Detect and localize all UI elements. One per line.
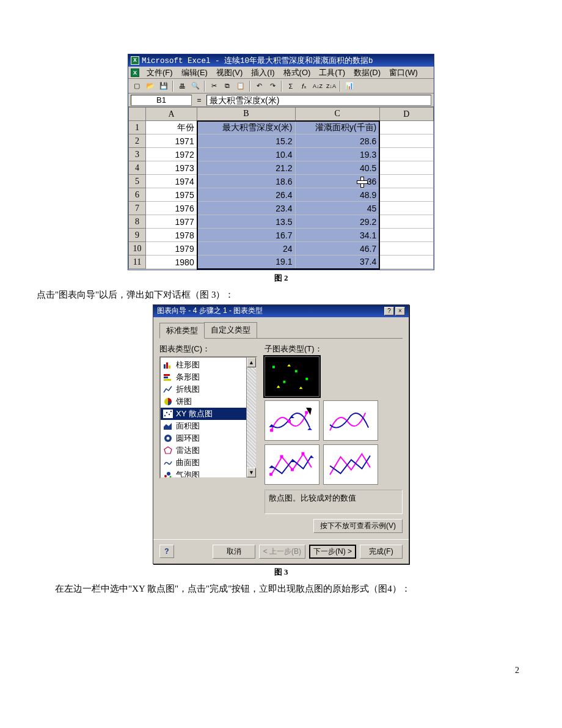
scroll-up-icon[interactable]: ▲	[247, 358, 256, 367]
cell[interactable]	[379, 121, 433, 134]
print-icon[interactable]: 🖶	[176, 80, 188, 92]
subtype-scatter-markers[interactable]	[265, 356, 319, 397]
cell[interactable]: 21.2	[197, 161, 295, 175]
cell[interactable]: 1971	[146, 134, 197, 148]
row-header[interactable]: 7	[129, 202, 146, 215]
cell[interactable]: 40.5	[295, 161, 379, 175]
row-header[interactable]: 1	[129, 121, 146, 134]
cell[interactable]: 45	[295, 202, 379, 215]
subtype-scatter-lines-markers[interactable]	[265, 444, 319, 485]
row-header[interactable]: 9	[129, 229, 146, 242]
cell[interactable]: 灌溉面积y(千亩)	[295, 121, 379, 134]
row-header[interactable]: 4	[129, 161, 146, 175]
row-header[interactable]: 6	[129, 188, 146, 202]
save-icon[interactable]: 💾	[158, 80, 170, 92]
list-item-surface[interactable]: 曲面图	[161, 457, 256, 469]
close-icon[interactable]: ×	[395, 307, 405, 315]
cell[interactable]: 1976	[146, 202, 197, 215]
cell[interactable]: 1973	[146, 161, 197, 175]
col-header-d[interactable]: D	[379, 108, 433, 121]
menu-edit[interactable]: 编辑(E)	[179, 67, 210, 79]
name-box[interactable]: B1	[131, 95, 192, 106]
list-item-radar[interactable]: 雷达图	[161, 444, 256, 457]
row-header[interactable]: 8	[129, 215, 146, 229]
cell[interactable]: 19.1	[197, 256, 295, 269]
undo-icon[interactable]: ↶	[253, 80, 265, 92]
cell[interactable]: 28.6	[295, 134, 379, 148]
list-item-area[interactable]: 面积图	[161, 420, 256, 432]
cell[interactable]: 13.5	[197, 215, 295, 229]
view-sample-button[interactable]: 按下不放可查看示例(V)	[313, 519, 403, 533]
list-item-bubble[interactable]: 气泡图	[161, 469, 256, 479]
cell[interactable]: 1980	[146, 256, 197, 269]
cell[interactable]: 1978	[146, 229, 197, 242]
cell[interactable]: 年份	[146, 121, 197, 134]
open-icon[interactable]: 📂	[144, 80, 156, 92]
autosum-icon[interactable]: Σ	[285, 80, 297, 92]
cell[interactable]	[379, 175, 433, 188]
cell[interactable]	[379, 202, 433, 215]
row-header[interactable]: 11	[129, 256, 146, 269]
list-item-doughnut[interactable]: 圆环图	[161, 432, 256, 444]
cell[interactable]: 1972	[146, 148, 197, 161]
menu-view[interactable]: 视图(V)	[214, 67, 245, 79]
cut-icon[interactable]: ✂	[208, 80, 220, 92]
copy-icon[interactable]: ⧉	[221, 80, 233, 92]
menu-format[interactable]: 格式(O)	[281, 67, 313, 79]
select-all-corner[interactable]	[129, 108, 146, 121]
sort-asc-icon[interactable]: A↓Z	[312, 80, 324, 92]
menu-insert[interactable]: 插入(I)	[249, 67, 277, 79]
chart-type-listbox[interactable]: 柱形图 条形图 折线图 饼图 XY 散点图 面积图 圆环图 雷达图 曲面图 气泡…	[159, 356, 257, 479]
menu-window[interactable]: 窗口(W)	[387, 67, 420, 79]
list-item-xy-scatter[interactable]: XY 散点图	[161, 408, 256, 420]
cell[interactable]: 1974	[146, 175, 197, 188]
row-header[interactable]: 3	[129, 148, 146, 161]
listbox-scrollbar[interactable]: ▲ ▼	[246, 358, 256, 477]
subtype-scatter-smooth[interactable]	[323, 400, 378, 441]
help-icon[interactable]: ?	[384, 307, 394, 315]
cell[interactable]: 15.2	[197, 134, 295, 148]
col-header-c[interactable]: C	[295, 108, 379, 121]
cell[interactable]: 19.3	[295, 148, 379, 161]
cell[interactable]	[379, 161, 433, 175]
subtype-scatter-smooth-markers[interactable]	[265, 400, 319, 441]
col-header-a[interactable]: A	[146, 108, 197, 121]
list-item-bar[interactable]: 柱形图	[161, 359, 256, 371]
chart-wizard-icon[interactable]: 📊	[343, 80, 356, 92]
list-item-pie[interactable]: 饼图	[161, 395, 256, 408]
cell[interactable]: 46.7	[295, 242, 379, 256]
menu-file[interactable]: 文件(F)	[144, 67, 175, 79]
cell[interactable]	[379, 215, 433, 229]
cell[interactable]: 26.4	[197, 188, 295, 202]
function-icon[interactable]: fₓ	[298, 80, 310, 92]
cell[interactable]: 1977	[146, 215, 197, 229]
cell[interactable]: 最大积雪深度x(米)	[197, 121, 295, 134]
cell[interactable]	[379, 229, 433, 242]
tab-standard-types[interactable]: 标准类型	[159, 323, 205, 339]
cell[interactable]	[379, 256, 433, 269]
finish-button[interactable]: 完成(F)	[360, 545, 403, 559]
cell[interactable]: 18.6	[197, 175, 295, 188]
paste-icon[interactable]: 📋	[235, 80, 247, 92]
spreadsheet-grid[interactable]: A B C D 1 年份 最大积雪深度x(米) 灌溉面积y(千亩) 219711…	[128, 107, 434, 270]
col-header-b[interactable]: B	[197, 108, 295, 121]
scroll-track[interactable]	[247, 367, 256, 468]
cell[interactable]: 23.4	[197, 202, 295, 215]
subtype-scatter-lines[interactable]	[323, 444, 378, 485]
cell[interactable]: 16.7	[197, 229, 295, 242]
preview-icon[interactable]: 🔍	[189, 80, 202, 92]
cell[interactable]: 34.1	[295, 229, 379, 242]
list-item-line[interactable]: 折线图	[161, 383, 256, 395]
redo-icon[interactable]: ↷	[266, 80, 279, 92]
cell[interactable]	[379, 134, 433, 148]
tab-custom-types[interactable]: 自定义类型	[204, 322, 257, 338]
cell[interactable]: 1979	[146, 242, 197, 256]
cell[interactable]: 10.4	[197, 148, 295, 161]
row-header[interactable]: 2	[129, 134, 146, 148]
next-button[interactable]: 下一步(N) >	[309, 545, 356, 559]
cell[interactable]: 29.2	[295, 215, 379, 229]
cell[interactable]: 36	[295, 175, 379, 188]
cell[interactable]: 24	[197, 242, 295, 256]
cell[interactable]	[379, 148, 433, 161]
row-header[interactable]: 5	[129, 175, 146, 188]
